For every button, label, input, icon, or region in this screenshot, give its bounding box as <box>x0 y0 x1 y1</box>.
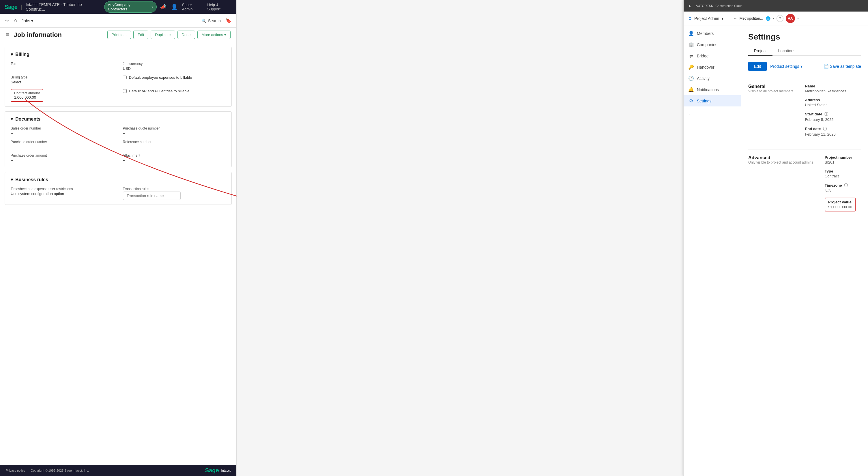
reference-number-label: Reference number <box>123 140 226 144</box>
project-number-value: SI201 <box>825 160 861 164</box>
logo-divider: | <box>21 4 22 10</box>
default-expenses-label: Default employee expenses to billable <box>129 75 192 80</box>
timesheet-label: Timesheet and expense user restrictions <box>11 187 114 191</box>
project-value-field: Project value $1,000,000.00 <box>825 198 861 212</box>
search-button[interactable]: 🔍 Search <box>202 19 221 23</box>
home-icon[interactable]: ⌂ <box>14 18 17 24</box>
edit-settings-button[interactable]: Edit <box>748 62 767 71</box>
sidebar-item-settings[interactable]: ⚙ Settings <box>684 95 741 106</box>
sidebar-item-label: Members <box>697 31 714 36</box>
page-title: Job information <box>14 31 62 39</box>
svg-text:A: A <box>689 4 691 8</box>
footer: Privacy policy Copyright © 1999-2025 Sag… <box>0 465 236 476</box>
jobs-nav[interactable]: Jobs ▾ <box>22 19 33 23</box>
purchase-order-label: Purchase order number <box>11 140 114 144</box>
sidebar-item-members[interactable]: 👤 Members <box>684 28 741 39</box>
project-admin-dropdown[interactable]: ⚙ Project Admin ▾ <box>684 11 728 25</box>
documents-header[interactable]: ▾ Documents <box>11 116 226 122</box>
timesheet-field: Timesheet and expense user restrictions … <box>11 187 114 200</box>
avatar[interactable]: AA <box>786 14 795 23</box>
sidebar-item-label: Notifications <box>697 87 719 92</box>
advanced-title: Advanced <box>748 155 813 160</box>
user-icon[interactable]: 👤 <box>171 4 178 10</box>
metro-dropdown[interactable]: Metropolitan... <box>739 16 763 21</box>
company-selector[interactable]: AnyCompany Contractors ▾ <box>104 1 157 13</box>
default-ap-field: Default AP and PO entries to billable <box>123 89 226 102</box>
sidebar-item-bridge[interactable]: ⇄ Bridge <box>684 50 741 61</box>
product-settings-chevron-icon: ▾ <box>801 64 803 69</box>
template-icon: 📄 <box>824 64 829 69</box>
collapse-icon: ← <box>688 111 693 117</box>
billing-type-label: Billing type <box>11 75 114 80</box>
save-as-template-button[interactable]: 📄 Save as template <box>824 64 861 69</box>
billing-fields: Term -- Job currency USD Billing type Se… <box>11 62 226 102</box>
globe-icon[interactable]: 🌐 <box>766 16 771 21</box>
transaction-rule-input[interactable] <box>123 192 181 200</box>
star-icon[interactable]: ☆ <box>5 18 9 24</box>
default-expenses-checkbox[interactable] <box>123 75 127 80</box>
chevron-down-icon: ▾ <box>11 116 13 122</box>
sidebar-item-label: Handover <box>697 65 714 69</box>
autodesk-top-nav: ⚙ Project Admin ▾ ← Metropolitan... 🌐 ▾ … <box>684 11 868 25</box>
members-icon: 👤 <box>688 31 694 36</box>
type-label: Type <box>825 169 861 173</box>
default-ap-checkbox[interactable] <box>123 89 127 93</box>
start-date-info-icon: ⓘ <box>825 112 828 116</box>
footer-logo: Sage Intacct <box>205 467 230 474</box>
billing-header[interactable]: ▾ Billing <box>11 52 226 57</box>
settings-icon: ⚙ <box>688 98 694 103</box>
sidebar-item-companies[interactable]: 🏢 Companies <box>684 39 741 50</box>
duplicate-button[interactable]: Duplicate <box>151 31 175 39</box>
reference-number-value: -- <box>123 145 226 149</box>
tab-project[interactable]: Project <box>748 46 773 56</box>
footer-sage-logo: Sage <box>205 467 219 474</box>
general-section: General Visible to all project members N… <box>748 84 861 141</box>
sales-order-field: Sales order number -- <box>11 126 114 135</box>
back-icon: ← <box>733 16 737 21</box>
project-admin-chevron-icon: ▾ <box>721 16 723 21</box>
product-settings-button[interactable]: Product settings ▾ <box>770 64 802 69</box>
address-value: United States <box>805 103 861 107</box>
autodesk-brand-text: AUTODESK <box>696 4 713 7</box>
bookmark-icon[interactable]: 🔖 <box>225 18 232 24</box>
general-header-row: General Visible to all project members N… <box>748 84 861 141</box>
start-date-value: February 5, 2025 <box>805 118 861 122</box>
project-name-label: Name <box>805 84 861 88</box>
documents-section: ▾ Documents Sales order number -- Purcha… <box>5 112 232 167</box>
type-value: Contract <box>825 174 861 178</box>
purchase-order-amount-label: Purchase order amount <box>11 154 114 158</box>
jobs-chevron-icon: ▾ <box>31 19 33 23</box>
header-actions: Print to... Edit Duplicate Done More act… <box>107 31 230 39</box>
sage-logo: Sage <box>5 4 17 10</box>
billing-section: ▾ Billing Term -- Job currency USD Billi… <box>5 47 232 107</box>
sidebar-item-notifications[interactable]: 🔔 Notifications <box>684 84 741 95</box>
tab-locations[interactable]: Locations <box>773 46 801 56</box>
done-button[interactable]: Done <box>178 31 195 39</box>
help-icon[interactable]: ? <box>777 15 783 22</box>
sidebar-item-activity[interactable]: 🕐 Activity <box>684 73 741 84</box>
business-rules-header[interactable]: ▾ Business rules <box>11 177 226 182</box>
companies-icon: 🏢 <box>688 42 694 47</box>
business-rules-section: ▾ Business rules Timesheet and expense u… <box>5 172 232 205</box>
more-actions-button[interactable]: More actions ▾ <box>197 31 230 39</box>
footer-intacct-text: Intacct <box>221 469 230 472</box>
print-button[interactable]: Print to... <box>107 31 131 39</box>
attachment-value: -- <box>123 158 226 162</box>
notification-icon[interactable]: 📣 <box>160 4 166 10</box>
sidebar-item-handover[interactable]: 🔑 Handover <box>684 61 741 73</box>
general-title-col: General Visible to all project members <box>748 84 794 141</box>
chevron-down-icon: ▾ <box>11 52 13 57</box>
help-support-link[interactable]: Help & Support <box>207 3 232 11</box>
job-currency-field: Job currency USD <box>123 62 226 71</box>
documents-fields: Sales order number -- Purchase quote num… <box>11 126 226 162</box>
end-date-field: End date ⓘ February 11, 2026 <box>805 126 861 136</box>
timezone-field: Timezone ⓘ N/A <box>825 183 861 193</box>
privacy-policy-link[interactable]: Privacy policy <box>6 469 25 472</box>
menu-icon[interactable]: ≡ <box>6 31 9 38</box>
job-currency-value: USD <box>123 66 226 71</box>
project-name-value: Metropolitan Residences <box>805 89 861 93</box>
reference-number-field: Reference number -- <box>123 140 226 149</box>
purchase-quote-value: -- <box>123 131 226 135</box>
edit-button[interactable]: Edit <box>133 31 148 39</box>
sidebar-collapse[interactable]: ← <box>684 106 741 122</box>
